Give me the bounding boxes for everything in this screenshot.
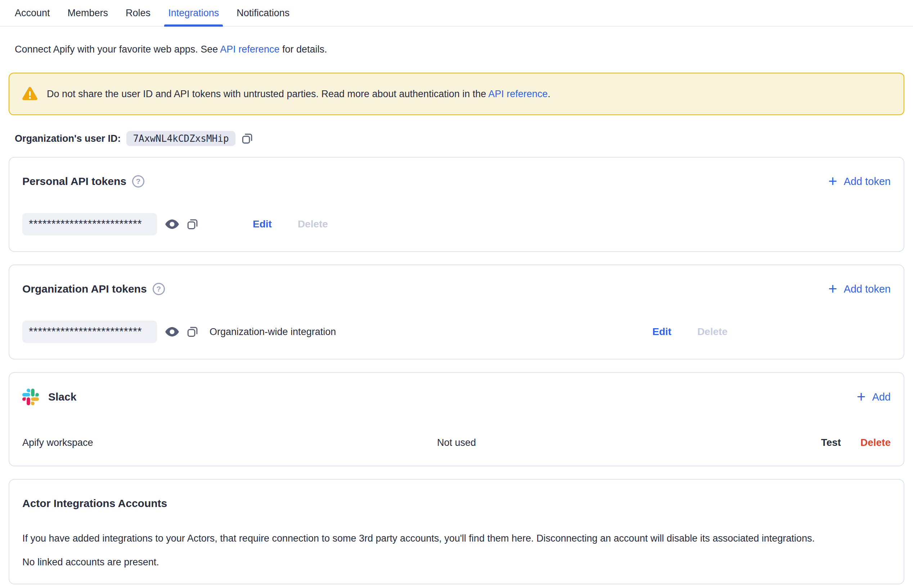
copy-user-id-button[interactable] <box>241 132 253 145</box>
organization-api-tokens-card: Organization API tokens ? + Add token **… <box>9 265 904 360</box>
warning-triangle-icon <box>22 86 38 102</box>
org-user-id-label: Organization's user ID: <box>15 133 121 144</box>
add-personal-token-button[interactable]: + Add token <box>829 176 891 187</box>
delete-personal-token-button: Delete <box>298 218 328 230</box>
tab-notifications[interactable]: Notifications <box>236 0 290 26</box>
intro-text-before: Connect Apify with your favorite web app… <box>15 44 220 55</box>
tab-members[interactable]: Members <box>68 0 108 26</box>
org-token-row: ************************* Organization-w… <box>22 321 891 343</box>
api-reference-link[interactable]: API reference <box>220 44 279 55</box>
intro-text-after: for details. <box>279 44 327 55</box>
reveal-org-token-button[interactable] <box>165 327 179 337</box>
org-user-id-value: 7AxwNL4kCDZxsMHip <box>126 131 235 146</box>
warning-text-before: Do not share the user ID and API tokens … <box>47 89 488 99</box>
slack-card: Slack + Add Apify workspace Not used Tes… <box>9 372 904 466</box>
add-label: Add <box>872 391 891 403</box>
integrations-page: Connect Apify with your favorite web app… <box>0 42 913 585</box>
copy-icon <box>186 218 199 230</box>
actor-integrations-empty-message: No linked accounts are present. <box>22 557 891 568</box>
tab-integrations[interactable]: Integrations <box>168 0 219 26</box>
plus-icon: + <box>829 284 837 294</box>
copy-icon <box>186 326 199 338</box>
edit-personal-token-button[interactable]: Edit <box>253 218 272 230</box>
warning-text-after: . <box>547 89 550 99</box>
intro-text: Connect Apify with your favorite web app… <box>15 42 904 56</box>
help-icon[interactable]: ? <box>153 283 165 295</box>
slack-workspace-name: Apify workspace <box>22 437 93 448</box>
eye-icon <box>165 219 179 229</box>
warning-api-reference-link[interactable]: API reference <box>488 89 547 99</box>
actor-integrations-card: Actor Integrations Accounts If you have … <box>9 479 904 585</box>
add-token-label: Add token <box>843 176 891 187</box>
warning-banner: Do not share the user ID and API tokens … <box>9 73 904 115</box>
tab-account[interactable]: Account <box>15 0 50 26</box>
copy-icon <box>241 132 253 145</box>
test-slack-button[interactable]: Test <box>821 437 841 448</box>
reveal-personal-token-button[interactable] <box>165 219 179 229</box>
slack-usage-status: Not used <box>437 437 476 448</box>
personal-token-row: ************************* Edit Delete <box>22 213 891 235</box>
org-user-id-row: Organization's user ID: 7AxwNL4kCDZxsMHi… <box>15 131 904 146</box>
copy-personal-token-button[interactable] <box>186 218 199 230</box>
slack-workspace-row: Apify workspace Not used Test Delete <box>22 435 891 450</box>
tab-roles[interactable]: Roles <box>126 0 151 26</box>
eye-icon <box>165 327 179 337</box>
actor-integrations-description: If you have added integrations to your A… <box>22 531 891 545</box>
delete-slack-button[interactable]: Delete <box>860 437 891 448</box>
warning-text: Do not share the user ID and API tokens … <box>47 89 550 100</box>
personal-token-masked-value: ************************* <box>22 213 157 235</box>
personal-tokens-title-text: Personal API tokens <box>22 173 126 189</box>
copy-org-token-button[interactable] <box>186 326 199 338</box>
org-token-description: Organization-wide integration <box>209 326 336 338</box>
slack-logo-icon <box>22 389 39 405</box>
add-token-label: Add token <box>843 283 891 295</box>
plus-icon: + <box>829 176 837 187</box>
actor-integrations-title: Actor Integrations Accounts <box>22 496 891 511</box>
org-token-masked-value: ************************* <box>22 321 157 343</box>
personal-api-tokens-card: Personal API tokens ? + Add token ******… <box>9 157 904 252</box>
help-icon[interactable]: ? <box>132 175 144 187</box>
plus-icon: + <box>857 391 866 402</box>
edit-org-token-button[interactable]: Edit <box>652 326 672 338</box>
settings-tabbar: Account Members Roles Integrations Notif… <box>0 0 913 27</box>
org-tokens-title-text: Organization API tokens <box>22 281 147 297</box>
personal-tokens-title: Personal API tokens ? <box>22 173 144 189</box>
add-slack-button[interactable]: + Add <box>857 391 891 403</box>
slack-title: Slack <box>48 389 76 405</box>
delete-org-token-button: Delete <box>697 326 728 338</box>
org-tokens-title: Organization API tokens ? <box>22 281 165 297</box>
add-org-token-button[interactable]: + Add token <box>829 283 891 295</box>
